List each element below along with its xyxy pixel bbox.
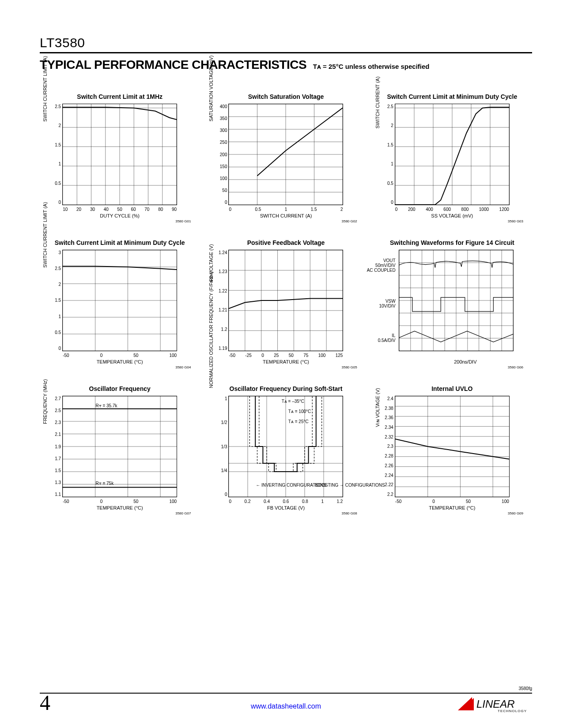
figure-id: 3580 G09 <box>372 511 532 515</box>
figure-id: 3580 G08 <box>206 511 366 515</box>
figure-id: 3580 G02 <box>206 219 366 223</box>
chart-title: Oscillator Frequency During Soft-Start <box>206 377 366 392</box>
datasheet-page: LT3580 TYPICAL PERFORMANCE CHARACTERISTI… <box>0 0 563 728</box>
doc-id: 3580fg <box>40 686 532 691</box>
part-number: LT3580 <box>40 35 532 50</box>
rule-bottom <box>40 693 532 694</box>
chart-title: Switch Current Limit at 1MHz <box>40 85 200 100</box>
chart-c5: Positive Feedback Voltage -50-2502550751… <box>206 231 366 369</box>
chart-c7: Oscillator Frequency -500501001.11.31.51… <box>40 377 200 515</box>
logo-subtext: TECHNOLOGY <box>498 709 527 713</box>
section-condition: Tᴀ = 25°C unless otherwise specified <box>313 63 430 70</box>
logo-text: LINEAR <box>476 698 515 710</box>
page-footer: 3580fg 4 www.datasheetall.com LINEAR TEC… <box>40 686 532 710</box>
chart-title: Switch Saturation Voltage <box>206 85 366 100</box>
chart-c1: Switch Current Limit at 1MHz 10203040506… <box>40 85 200 223</box>
chart-c6: Switching Waveforms for Figure 14 Circui… <box>372 231 532 369</box>
figure-id: 3580 G03 <box>372 219 532 223</box>
chart-c9: Internal UVLO -500501002.22.222.242.262.… <box>372 377 532 515</box>
section-header: TYPICAL PERFORMANCE CHARACTERISTICS Tᴀ =… <box>40 58 532 72</box>
chart-title: Internal UVLO <box>372 377 532 392</box>
linear-logo: LINEAR TECHNOLOGY <box>457 694 532 715</box>
chart-title: Switching Waveforms for Figure 14 Circui… <box>372 231 532 246</box>
chart-c4: Switch Current Limit at Minimum Duty Cyc… <box>40 231 200 369</box>
figure-id: 3580 G06 <box>372 365 532 369</box>
figure-id: 3580 G05 <box>206 365 366 369</box>
figure-id: 3580 G07 <box>40 511 200 515</box>
chart-title: Switch Current Limit at Minimum Duty Cyc… <box>372 85 532 100</box>
rule-top <box>40 52 532 53</box>
chart-title: Oscillator Frequency <box>40 377 200 392</box>
chart-title: Switch Current Limit at Minimum Duty Cyc… <box>40 231 200 246</box>
charts-grid: Switch Current Limit at 1MHz 10203040506… <box>40 85 532 515</box>
figure-id: 3580 G01 <box>40 219 200 223</box>
page-number: 4 <box>40 690 50 715</box>
section-title: TYPICAL PERFORMANCE CHARACTERISTICS <box>40 58 306 72</box>
chart-title: Positive Feedback Voltage <box>206 231 366 246</box>
chart-c2: Switch Saturation Voltage 00.511.5205010… <box>206 85 366 223</box>
chart-c8: Oscillator Frequency During Soft-Start 0… <box>206 377 366 515</box>
chart-c3: Switch Current Limit at Minimum Duty Cyc… <box>372 85 532 223</box>
figure-id: 3580 G04 <box>40 365 200 369</box>
